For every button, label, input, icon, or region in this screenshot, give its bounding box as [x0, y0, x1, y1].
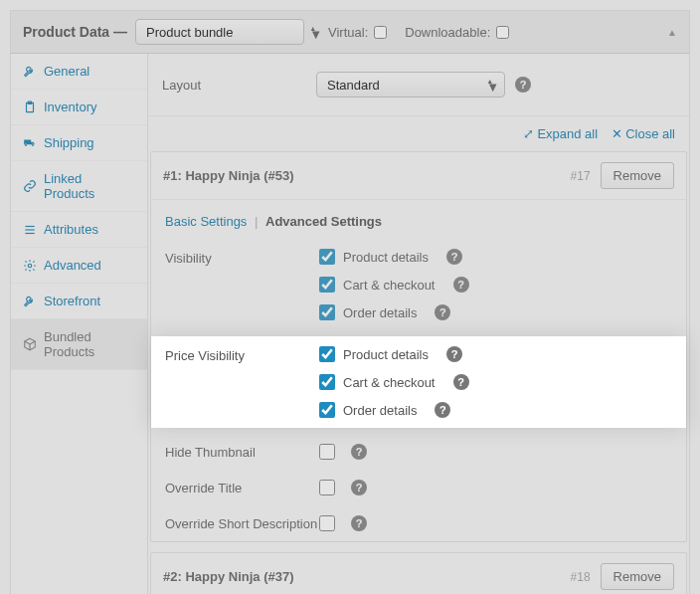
close-all-link[interactable]: ✕ Close all: [612, 126, 675, 141]
bundled-item: #2: Happy Ninja (#37) #18 Remove: [150, 552, 687, 594]
help-icon[interactable]: ?: [435, 402, 450, 418]
sidebar-item-inventory[interactable]: Inventory: [11, 90, 147, 125]
virtual-checkbox[interactable]: [374, 26, 387, 39]
link-icon: [23, 179, 37, 193]
price-visibility-order-details[interactable]: Order details?: [319, 402, 469, 418]
hide-thumbnail-row: Hide Thumbnail ?: [151, 434, 686, 470]
price-visibility-product-details[interactable]: Product details?: [319, 346, 469, 362]
visibility-cart-checkout[interactable]: Cart & checkout?: [319, 277, 469, 293]
layout-select[interactable]: Standard: [316, 72, 505, 98]
sidebar-item-storefront[interactable]: Storefront: [11, 284, 147, 319]
override-desc-checkbox[interactable]: [319, 515, 335, 531]
cube-icon: [23, 337, 37, 351]
subtab-basic-settings[interactable]: Basic Settings: [165, 214, 247, 229]
layout-row: Layout Standard ▲▼ ?: [148, 54, 689, 116]
help-icon[interactable]: ?: [435, 304, 450, 320]
price-visibility-group: Price Visibility Product details? Cart &…: [151, 336, 686, 428]
svg-point-5: [28, 264, 32, 268]
hide-thumbnail-checkbox[interactable]: [319, 444, 335, 460]
help-icon[interactable]: ?: [351, 480, 367, 495]
item-order: #17: [571, 169, 591, 183]
subtab-advanced-settings[interactable]: Advanced Settings: [265, 214, 382, 229]
sidebar-item-linked-products[interactable]: Linked Products: [11, 161, 147, 212]
truck-icon: [23, 136, 37, 150]
sidebar-item-shipping[interactable]: Shipping: [11, 125, 147, 161]
help-icon[interactable]: ?: [453, 374, 469, 390]
product-type-select[interactable]: Product bundle: [135, 19, 304, 45]
downloadable-toggle[interactable]: Downloadable:: [405, 25, 509, 40]
sidebar-item-attributes[interactable]: Attributes: [11, 212, 147, 248]
list-icon: [23, 223, 37, 237]
help-icon[interactable]: ?: [515, 77, 531, 93]
updown-icon: ▲▼: [309, 26, 322, 38]
help-icon[interactable]: ?: [446, 249, 462, 265]
item-title: #1: Happy Ninja (#53): [163, 168, 294, 183]
visibility-product-details[interactable]: Product details?: [319, 249, 469, 265]
help-icon[interactable]: ?: [351, 444, 367, 460]
override-title-checkbox[interactable]: [319, 480, 335, 495]
visibility-order-details[interactable]: Order details?: [319, 304, 469, 320]
clipboard-icon: [23, 100, 37, 114]
item-subtabs: Basic Settings | Advanced Settings: [151, 200, 686, 239]
visibility-group: Visibility Product details? Cart & check…: [151, 239, 686, 330]
product-type-wrap: Product bundle ▲▼: [135, 19, 328, 45]
gear-icon: [23, 259, 37, 273]
wrench-icon: [23, 295, 37, 308]
panel-title: Product Data —: [23, 24, 127, 40]
override-title-row: Override Title ?: [151, 470, 686, 505]
expand-all-link[interactable]: ⤢ Expand all: [523, 126, 598, 141]
help-icon[interactable]: ?: [453, 277, 469, 293]
panel-content: Layout Standard ▲▼ ? ⤢ Expand all ✕ Clos…: [148, 54, 689, 594]
product-data-panel: Product Data — Product bundle ▲▼ Virtual…: [10, 10, 690, 594]
price-visibility-label: Price Visibility: [165, 346, 319, 418]
bundled-item: #1: Happy Ninja (#53) #17 Remove Basic S…: [150, 151, 687, 542]
layout-label: Layout: [162, 78, 316, 93]
help-icon[interactable]: ?: [351, 515, 367, 531]
sidebar-item-bundled-products[interactable]: Bundled Products: [11, 319, 147, 370]
expand-collapse-tools: ⤢ Expand all ✕ Close all: [148, 116, 689, 151]
item-order: #18: [571, 570, 591, 584]
triangle-up-icon[interactable]: ▲: [667, 27, 677, 38]
bundled-item-header[interactable]: #1: Happy Ninja (#53) #17 Remove: [151, 152, 686, 200]
close-icon: ✕: [612, 126, 622, 141]
item-title: #2: Happy Ninja (#37): [163, 569, 294, 584]
panel-header: Product Data — Product bundle ▲▼ Virtual…: [11, 11, 689, 54]
wrench-icon: [23, 65, 37, 79]
visibility-label: Visibility: [165, 249, 319, 320]
sidebar-tabs: General Inventory Shipping Linked Produc…: [11, 54, 148, 594]
sidebar-item-general[interactable]: General: [11, 54, 147, 90]
help-icon[interactable]: ?: [446, 346, 462, 362]
downloadable-checkbox[interactable]: [496, 26, 509, 39]
remove-button[interactable]: Remove: [601, 162, 674, 189]
remove-button[interactable]: Remove: [601, 563, 674, 590]
override-desc-row: Override Short Description ?: [151, 505, 686, 541]
virtual-toggle[interactable]: Virtual:: [328, 25, 387, 40]
expand-icon: ⤢: [523, 126, 534, 141]
sidebar-item-advanced[interactable]: Advanced: [11, 248, 147, 284]
price-visibility-cart-checkout[interactable]: Cart & checkout?: [319, 374, 469, 390]
bundled-item-header[interactable]: #2: Happy Ninja (#37) #18 Remove: [151, 553, 686, 594]
